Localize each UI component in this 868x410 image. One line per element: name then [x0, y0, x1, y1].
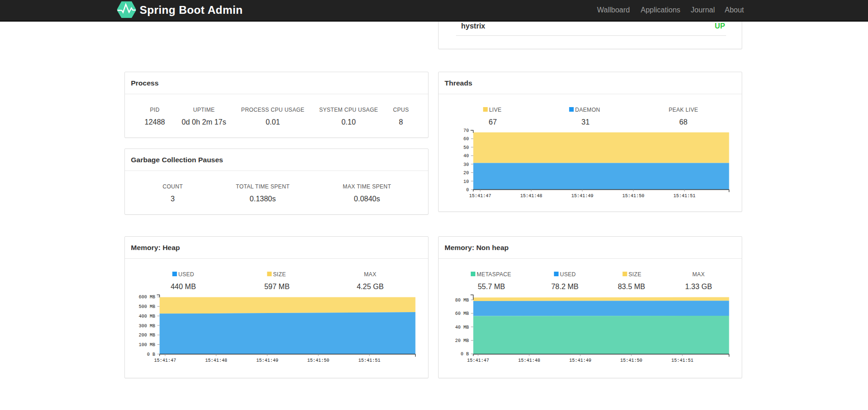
svg-text:0 B: 0 B [461, 352, 469, 357]
svg-text:15:41:50: 15:41:50 [307, 358, 329, 363]
svg-text:60: 60 [463, 137, 469, 142]
svg-text:20: 20 [463, 171, 469, 176]
svg-text:15:41:47: 15:41:47 [154, 358, 176, 363]
svg-text:100 MB: 100 MB [139, 342, 155, 347]
svg-text:15:41:48: 15:41:48 [518, 358, 540, 363]
svg-text:60 MB: 60 MB [455, 311, 469, 316]
svg-text:0 B: 0 B [147, 352, 155, 357]
svg-text:80 MB: 80 MB [455, 298, 469, 303]
svg-text:15:41:50: 15:41:50 [620, 358, 643, 363]
svg-text:200 MB: 200 MB [139, 333, 155, 338]
svg-text:15:41:47: 15:41:47 [467, 358, 489, 363]
svg-text:15:41:47: 15:41:47 [469, 194, 491, 199]
svg-text:600 MB: 600 MB [139, 295, 155, 300]
svg-text:15:41:49: 15:41:49 [256, 358, 278, 363]
svg-text:70: 70 [463, 128, 469, 133]
svg-text:15:41:51: 15:41:51 [671, 358, 693, 363]
svg-text:400 MB: 400 MB [139, 314, 155, 319]
svg-text:15:41:50: 15:41:50 [622, 194, 644, 199]
svg-text:20 MB: 20 MB [455, 338, 469, 343]
svg-text:10: 10 [463, 179, 469, 184]
svg-text:15:41:51: 15:41:51 [673, 194, 695, 199]
svg-text:15:41:48: 15:41:48 [520, 194, 542, 199]
svg-text:40 MB: 40 MB [455, 325, 469, 330]
svg-text:15:41:51: 15:41:51 [358, 358, 380, 363]
svg-text:500 MB: 500 MB [139, 304, 155, 309]
svg-text:30: 30 [463, 162, 469, 167]
svg-text:0: 0 [466, 188, 469, 193]
svg-text:50: 50 [463, 145, 469, 150]
svg-text:15:41:48: 15:41:48 [205, 358, 227, 363]
svg-text:15:41:49: 15:41:49 [569, 358, 591, 363]
svg-text:40: 40 [463, 154, 469, 159]
svg-text:300 MB: 300 MB [139, 324, 155, 329]
svg-text:15:41:49: 15:41:49 [571, 194, 593, 199]
